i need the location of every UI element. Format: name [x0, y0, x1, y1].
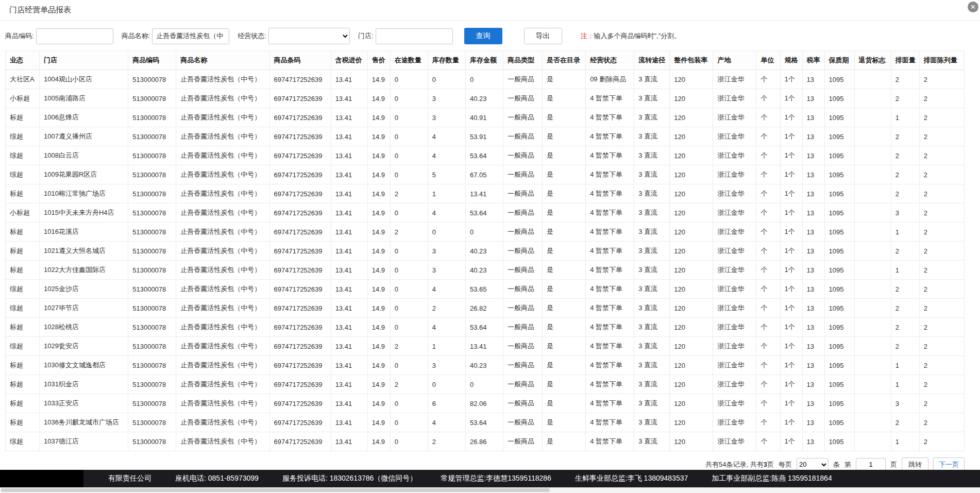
cell-operating-status: 4 暂禁下单: [586, 242, 634, 261]
footer-logo-block: [0, 470, 83, 487]
cell-origin: 浙江金华: [713, 203, 756, 223]
per-page-select[interactable]: 20: [797, 458, 829, 471]
cell-stock-amount: 40.91: [465, 108, 503, 127]
cell-product-name: 止吾香薰活性炭包（中号）: [176, 70, 269, 89]
table-row: 标超1036务川麒龙城市广场店513000078止吾香薰活性炭包（中号）6974…: [6, 413, 965, 432]
cell-purchase-price: 13.41: [331, 299, 367, 318]
cell-stock-amount: 53.91: [465, 127, 503, 146]
scrollbar-thumb[interactable]: [1, 488, 550, 492]
page-number-input[interactable]: [856, 458, 886, 471]
cell-return-flag: [854, 203, 891, 223]
cell-in-transit-qty: 0: [390, 108, 428, 127]
cell-in-transit-qty: 0: [390, 299, 428, 318]
cell-stock-amount: 13.41: [465, 184, 503, 203]
cell-shelf-display-qty: 2: [919, 108, 964, 127]
cell-product-type: 一般商品: [503, 184, 542, 203]
cell-product-code: 513000078: [128, 375, 176, 394]
cell-sale-price: 14.9: [367, 89, 390, 108]
cell-shelf-display-qty: 2: [919, 261, 964, 280]
filter-product-name: 商品名称:: [122, 28, 230, 44]
cell-purchase-price: 13.41: [331, 413, 367, 432]
table-row: 综超1025金沙店513000078止吾香薰活性炭包（中号）6974717252…: [6, 280, 965, 299]
cell-unit: 个: [756, 108, 780, 127]
cell-store: 1037德江店: [40, 432, 128, 451]
total-pages: 3: [764, 461, 767, 468]
cell-spec: 1个: [780, 375, 802, 394]
cell-stock-qty: 0: [428, 223, 465, 242]
cell-stock-qty: 3: [428, 356, 465, 375]
cell-business-type: 标超: [6, 223, 40, 242]
cell-in-transit-qty: 0: [390, 127, 428, 146]
export-button[interactable]: 导出: [524, 28, 562, 44]
cell-store: 1025金沙店: [40, 280, 128, 299]
cell-package-rate: 120: [670, 70, 713, 89]
cell-in-catalog: 是: [543, 146, 586, 165]
cell-in-catalog: 是: [543, 165, 586, 184]
cell-purchase-price: 13.41: [331, 375, 367, 394]
cell-stock-qty: 4: [428, 413, 465, 432]
table-row: 标超1022大方佳鑫国际店513000078止吾香薰活性炭包（中号）697471…: [6, 261, 965, 280]
cell-product-type: 一般商品: [503, 165, 542, 184]
cell-store: 1010榕江常驰广场店: [40, 184, 128, 203]
store-input[interactable]: [376, 28, 453, 44]
cell-circulation: 3 直流: [634, 184, 670, 203]
cell-product-name: 止吾香薰活性炭包（中号）: [176, 432, 269, 451]
cell-product-name: 止吾香薰活性炭包（中号）: [176, 261, 269, 280]
cell-stock-amount: 53.64: [465, 203, 503, 223]
cell-product-code: 513000078: [128, 223, 176, 242]
cell-origin: 浙江金华: [713, 70, 756, 89]
product-code-input[interactable]: [36, 28, 113, 44]
close-button[interactable]: ✕: [968, 2, 978, 12]
cell-business-type: 标超: [6, 413, 40, 432]
cell-circulation: 3 直流: [634, 299, 670, 318]
table-row: 标超1028松桃店513000078止吾香薰活性炭包（中号）6974717252…: [6, 318, 965, 337]
cell-spec: 1个: [780, 127, 802, 146]
next-page-button[interactable]: 下一页: [933, 457, 965, 471]
cell-tax-rate: 13: [802, 108, 824, 127]
cell-display-qty: 2: [891, 242, 919, 261]
table-row: 综超1009花果园R区店513000078止吾香薰活性炭包（中号）6974717…: [6, 165, 965, 184]
footer-item: 加工事业部副总监:陈燕 13595181864: [712, 474, 832, 483]
cell-sale-price: 14.9: [367, 127, 390, 146]
query-button[interactable]: 查询: [464, 28, 502, 44]
cell-sale-price: 14.9: [367, 146, 390, 165]
cell-product-name: 止吾香薰活性炭包（中号）: [176, 223, 269, 242]
cell-product-type: 一般商品: [503, 318, 542, 337]
cell-display-qty: 2: [891, 165, 919, 184]
cell-stock-qty: 2: [428, 432, 465, 451]
cell-barcode: 6974717252639: [269, 127, 331, 146]
cell-sale-price: 14.9: [367, 203, 390, 223]
cell-circulation: 3 直流: [634, 432, 670, 451]
product-code-label: 商品编码:: [5, 31, 34, 41]
cell-purchase-price: 13.41: [331, 356, 367, 375]
cell-circulation: 3 直流: [634, 261, 670, 280]
cell-stock-qty: 4: [428, 318, 465, 337]
cell-unit: 个: [756, 223, 780, 242]
cell-sale-price: 14.9: [367, 394, 390, 413]
status-select[interactable]: [268, 28, 350, 44]
current-page-suffix: 页: [890, 460, 897, 469]
product-name-input[interactable]: [152, 28, 229, 44]
cell-return-flag: [854, 89, 891, 108]
cell-in-catalog: 是: [543, 280, 586, 299]
cell-barcode: 6974717252639: [269, 203, 331, 223]
horizontal-scrollbar[interactable]: [0, 487, 980, 493]
cell-product-code: 513000078: [128, 184, 176, 203]
cell-sale-price: 14.9: [367, 165, 390, 184]
table-row: 标超1021遵义大恒名城店513000078止吾香薰活性炭包（中号）697471…: [6, 242, 965, 261]
cell-shelf-life: 1095: [824, 356, 854, 375]
close-icon: ✕: [970, 3, 976, 11]
column-header-origin: 产地: [713, 51, 756, 70]
column-header-display-qty: 排面量: [891, 51, 919, 70]
cell-shelf-life: 1095: [824, 280, 854, 299]
cell-product-type: 一般商品: [503, 108, 542, 127]
cell-purchase-price: 13.41: [331, 242, 367, 261]
cell-package-rate: 120: [670, 356, 713, 375]
cell-store: 1030修文文城逸都店: [40, 356, 128, 375]
cell-package-rate: 120: [670, 146, 713, 165]
jump-button[interactable]: 跳转: [902, 457, 928, 471]
cell-barcode: 6974717252639: [269, 242, 331, 261]
cell-unit: 个: [756, 146, 780, 165]
cell-shelf-life: 1095: [824, 261, 854, 280]
cell-stock-qty: 5: [428, 165, 465, 184]
